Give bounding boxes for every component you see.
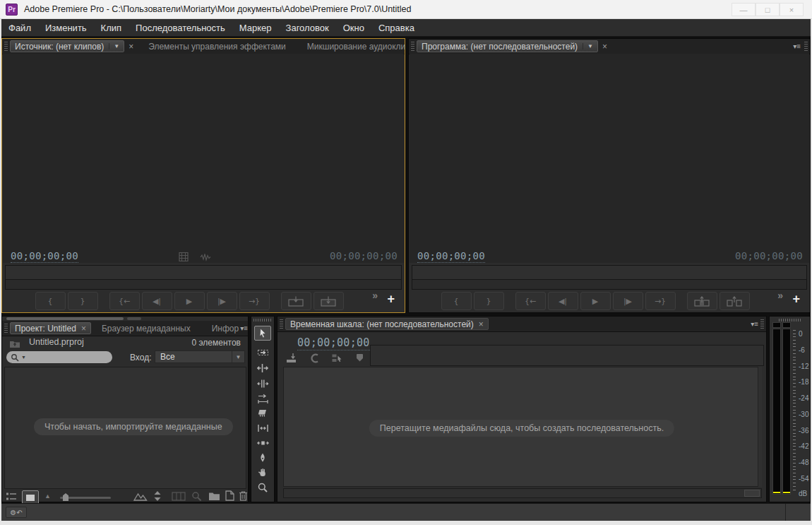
tab-close-icon[interactable]: × bbox=[479, 319, 484, 329]
linked-selection-icon[interactable] bbox=[330, 353, 344, 364]
status-settings-button[interactable]: ⚙↶ bbox=[6, 507, 27, 518]
tab-overflow-scrollbar-end[interactable] bbox=[127, 317, 141, 320]
tab-dropdown-icon[interactable]: ▼ bbox=[109, 43, 119, 49]
minimize-button[interactable]: — bbox=[732, 3, 756, 16]
tab-timeline[interactable]: Временная шкала: (нет последовательносте… bbox=[285, 318, 489, 330]
source-timecode-current[interactable]: 00;00;00;00 bbox=[11, 250, 78, 263]
overwrite-button[interactable] bbox=[314, 292, 344, 310]
timeline-horizontal-scrollbar[interactable] bbox=[283, 488, 762, 498]
tab-dropdown-icon[interactable]: ▼ bbox=[583, 43, 593, 49]
go-to-out-button[interactable]: →} bbox=[645, 292, 676, 310]
tab-effect-controls[interactable]: Элементы управления эффектами bbox=[138, 42, 297, 52]
snap-icon[interactable] bbox=[307, 353, 321, 364]
extract-button[interactable] bbox=[720, 292, 750, 310]
zoom-slider-handle[interactable] bbox=[63, 493, 68, 501]
list-view-button[interactable] bbox=[6, 492, 17, 502]
panel-grip[interactable] bbox=[253, 319, 272, 322]
tab-media-browser[interactable]: Браузер медиаданных bbox=[91, 324, 201, 334]
menu-help[interactable]: Справка bbox=[371, 23, 422, 33]
step-forward-button[interactable]: |▶ bbox=[207, 292, 237, 310]
play-button[interactable]: ▶ bbox=[580, 292, 611, 310]
tab-close-icon[interactable]: × bbox=[81, 324, 86, 334]
more-buttons-chevron[interactable]: » bbox=[777, 290, 783, 301]
automate-to-sequence-icon[interactable] bbox=[133, 492, 148, 501]
pen-tool-button[interactable] bbox=[254, 450, 271, 465]
filter-dropdown[interactable]: Все ▼ bbox=[155, 350, 245, 363]
menu-marker[interactable]: Маркер bbox=[232, 23, 279, 33]
play-button[interactable]: ▶ bbox=[174, 292, 205, 310]
add-marker-icon[interactable] bbox=[352, 353, 366, 363]
search-options-arrow-icon[interactable]: ▼ bbox=[21, 355, 26, 360]
nest-insert-toggle-icon[interactable] bbox=[285, 352, 299, 364]
panel-menu-icon[interactable]: ▾≡ bbox=[240, 324, 248, 332]
filmstrip-icon[interactable] bbox=[172, 492, 186, 501]
panel-grip[interactable] bbox=[804, 42, 808, 51]
tab-close-icon[interactable]: × bbox=[602, 42, 607, 52]
project-file-name[interactable]: Untitled.prproj bbox=[29, 337, 84, 347]
track-select-tool-button[interactable] bbox=[254, 345, 271, 360]
menu-file[interactable]: Файл bbox=[1, 23, 38, 33]
zoom-tool-button[interactable] bbox=[254, 480, 271, 495]
meter-bar-left[interactable] bbox=[772, 329, 781, 495]
menu-sequence[interactable]: Последовательность bbox=[129, 23, 232, 33]
film-frame-icon[interactable] bbox=[179, 252, 189, 264]
ripple-edit-tool-button[interactable] bbox=[254, 360, 271, 375]
tab-audio-mixer[interactable]: Микширование аудиокли bbox=[297, 42, 405, 52]
more-buttons-chevron[interactable]: » bbox=[372, 290, 378, 301]
program-zoom-bar[interactable] bbox=[412, 280, 807, 290]
step-back-button[interactable]: ◀| bbox=[142, 292, 172, 310]
panel-menu-icon[interactable]: ▾≡ bbox=[751, 320, 758, 328]
slide-tool-button[interactable] bbox=[254, 435, 271, 450]
hand-tool-button[interactable] bbox=[254, 465, 271, 480]
rate-stretch-tool-button[interactable] bbox=[254, 391, 271, 406]
selection-tool-button[interactable] bbox=[254, 326, 271, 341]
tab-program[interactable]: Программа: (нет последовательностей) ▼ bbox=[417, 40, 598, 52]
panel-grip[interactable] bbox=[779, 319, 801, 322]
find-icon[interactable] bbox=[191, 491, 202, 502]
tab-source[interactable]: Источник: (нет клипов) ▼ bbox=[10, 40, 124, 52]
insert-button[interactable] bbox=[281, 292, 311, 310]
icon-view-button[interactable] bbox=[22, 490, 39, 505]
timeline-vertical-scrollbar[interactable] bbox=[758, 367, 762, 487]
menu-clip[interactable]: Клип bbox=[94, 23, 129, 33]
parent-bin-icon[interactable] bbox=[9, 338, 20, 351]
panel-menu-icon[interactable]: ▾≡ bbox=[793, 42, 801, 50]
close-button[interactable]: × bbox=[780, 3, 804, 16]
audio-waveform-icon[interactable] bbox=[200, 252, 211, 264]
meter-bar-right[interactable] bbox=[782, 329, 791, 495]
menu-window[interactable]: Окно bbox=[336, 23, 371, 33]
mark-out-button[interactable]: } bbox=[474, 292, 504, 310]
source-scrub-bar[interactable] bbox=[5, 265, 402, 280]
go-to-out-button[interactable]: →} bbox=[239, 292, 270, 310]
button-editor-add[interactable]: + bbox=[792, 293, 800, 305]
panel-grip[interactable] bbox=[760, 319, 764, 329]
delete-icon[interactable] bbox=[239, 490, 248, 501]
search-input[interactable]: ▼ bbox=[6, 351, 112, 363]
tab-close-icon[interactable]: × bbox=[129, 42, 133, 52]
go-to-in-button[interactable]: {← bbox=[515, 292, 546, 310]
tab-overflow-scrollbar[interactable] bbox=[6, 317, 124, 320]
new-bin-icon[interactable] bbox=[208, 491, 220, 501]
tab-project[interactable]: Проект: Untitled × bbox=[10, 322, 91, 334]
scrollbar-thumb[interactable] bbox=[744, 490, 760, 497]
new-item-icon[interactable] bbox=[225, 490, 234, 501]
program-scrub-bar[interactable] bbox=[412, 265, 807, 280]
panel-grip[interactable] bbox=[4, 42, 8, 51]
maximize-button[interactable]: □ bbox=[756, 3, 780, 16]
button-editor-add[interactable]: + bbox=[387, 293, 395, 305]
menu-title[interactable]: Заголовок bbox=[279, 23, 336, 33]
go-to-in-button[interactable]: {← bbox=[109, 292, 140, 310]
step-forward-button[interactable]: |▶ bbox=[613, 292, 643, 310]
source-zoom-bar[interactable] bbox=[5, 280, 402, 290]
sort-icon[interactable] bbox=[153, 490, 162, 502]
slip-tool-button[interactable] bbox=[254, 420, 271, 435]
program-timecode-current[interactable]: 00;00;00;00 bbox=[417, 250, 485, 263]
tab-info[interactable]: Инфор bbox=[201, 324, 240, 334]
panel-grip[interactable] bbox=[411, 42, 414, 51]
razor-tool-button[interactable] bbox=[254, 406, 271, 420]
panel-grip[interactable] bbox=[280, 319, 283, 329]
panel-grip[interactable] bbox=[4, 324, 8, 333]
menu-edit[interactable]: Изменить bbox=[38, 23, 94, 33]
preview-area-toggle-icon[interactable]: ▲ bbox=[44, 492, 51, 500]
mark-in-button[interactable]: { bbox=[441, 292, 472, 310]
